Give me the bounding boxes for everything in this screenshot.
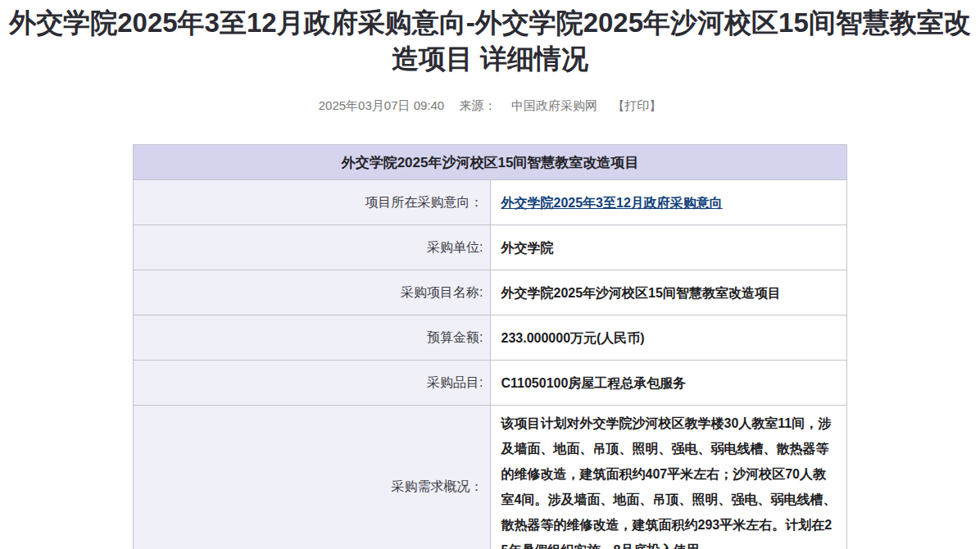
table-title: 外交学院2025年沙河校区15间智慧教室改造项目: [134, 145, 847, 180]
table-header-row: 外交学院2025年沙河校区15间智慧教室改造项目: [134, 145, 847, 180]
row-label: 采购单位:: [134, 225, 491, 270]
source-name: 中国政府采购网: [511, 98, 597, 112]
table-row-project-name: 采购项目名称: 外交学院2025年沙河校区15间智慧教室改造项目: [134, 270, 847, 315]
row-label: 预算金额:: [134, 315, 491, 361]
detail-table-container: 外交学院2025年沙河校区15间智慧教室改造项目 项目所在采购意向： 外交学院2…: [133, 144, 847, 549]
row-label: 采购需求概况：: [134, 406, 491, 549]
row-label: 采购项目名称:: [134, 270, 491, 315]
print-button[interactable]: 【打印】: [612, 98, 661, 112]
table-row-demand-overview: 采购需求概况： 该项目计划对外交学院沙河校区教学楼30人教室11间，涉及墙面、地…: [134, 406, 847, 549]
publish-datetime: 2025年03月07日 09:40: [319, 98, 444, 112]
table-row-parent-intention: 项目所在采购意向： 外交学院2025年3至12月政府采购意向: [134, 180, 847, 225]
row-label: 项目所在采购意向：: [134, 180, 491, 225]
row-label: 采购品目:: [134, 361, 491, 406]
row-value: 外交学院2025年沙河校区15间智慧教室改造项目: [490, 270, 847, 315]
page: 外交学院2025年3至12月政府采购意向-外交学院2025年沙河校区15间智慧教…: [0, 0, 980, 549]
detail-table: 外交学院2025年沙河校区15间智慧教室改造项目 项目所在采购意向： 外交学院2…: [133, 144, 847, 549]
row-value: C11050100房屋工程总承包服务: [490, 361, 847, 406]
parent-intention-link[interactable]: 外交学院2025年3至12月政府采购意向: [501, 196, 723, 210]
meta-line: 2025年03月07日 09:40 来源： 中国政府采购网 【打印】: [0, 98, 980, 114]
row-value: 233.000000万元(人民币): [490, 315, 847, 361]
row-value: 该项目计划对外交学院沙河校区教学楼30人教室11间，涉及墙面、地面、吊顶、照明、…: [490, 406, 847, 549]
table-row-purchaser: 采购单位: 外交学院: [134, 225, 847, 270]
source-label: 来源：: [460, 98, 497, 112]
row-value: 外交学院: [490, 225, 847, 270]
table-row-category: 采购品目: C11050100房屋工程总承包服务: [134, 361, 847, 406]
row-value: 外交学院2025年3至12月政府采购意向: [490, 180, 847, 225]
page-title: 外交学院2025年3至12月政府采购意向-外交学院2025年沙河校区15间智慧教…: [2, 0, 978, 76]
table-row-budget: 预算金额: 233.000000万元(人民币): [134, 315, 847, 361]
